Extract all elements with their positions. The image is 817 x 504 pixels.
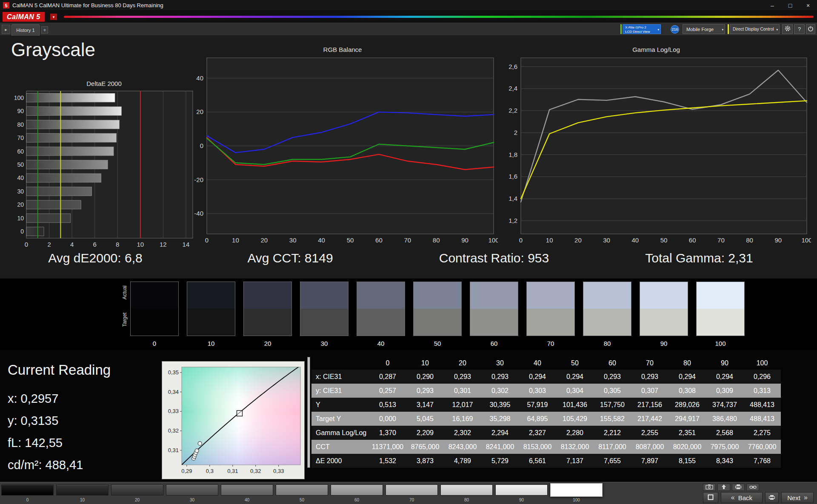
svg-text:0,31: 0,31	[168, 447, 179, 453]
svg-text:60: 60	[375, 236, 383, 244]
step-button-label: 100	[550, 498, 603, 502]
display-control-button[interactable]: Direct Display Control ▾	[730, 24, 780, 34]
table-cell: 0,294	[706, 370, 743, 384]
table-cell: 8087,000	[631, 440, 668, 454]
svg-text:40: 40	[196, 74, 203, 82]
push-button[interactable]	[717, 484, 730, 491]
swatch-target	[583, 309, 631, 336]
link-icon	[749, 484, 757, 491]
back-button[interactable]: « Back	[721, 492, 763, 503]
table-cell: 0,294	[519, 370, 556, 384]
svg-text:0: 0	[20, 228, 24, 235]
table-cell: 0,293	[444, 370, 481, 384]
svg-text:1,6: 1,6	[508, 173, 517, 180]
table-col-header: 80	[668, 357, 706, 370]
new-tab-button[interactable]: +	[41, 26, 48, 34]
settings-button[interactable]	[782, 24, 793, 34]
table-cell: 0,294	[668, 370, 706, 384]
grayscale-step-button-0[interactable]	[1, 484, 54, 495]
svg-text:0,33: 0,33	[273, 468, 284, 474]
grayscale-swatch-20: 20	[243, 282, 292, 347]
camera-icon	[706, 484, 713, 491]
svg-text:50: 50	[660, 236, 668, 244]
grayscale-step-button-10[interactable]	[56, 484, 109, 495]
step-button-label: 10	[56, 498, 109, 502]
table-cell: 8243,000	[444, 440, 481, 454]
print-report-button[interactable]	[765, 492, 779, 503]
grayscale-swatch-90: 90	[640, 282, 688, 347]
table-row-label: y: CIE31	[311, 384, 369, 398]
swatch-actual	[583, 282, 631, 309]
step-button-label: 60	[331, 498, 383, 502]
swatch-actual	[187, 282, 235, 309]
grayscale-step-button-80[interactable]	[440, 484, 493, 495]
svg-text:0,34: 0,34	[168, 389, 179, 395]
svg-text:0: 0	[519, 236, 523, 244]
back-button-label: Back	[738, 494, 752, 501]
table-cell: 7760,000	[743, 440, 781, 454]
table-cell: 0,307	[631, 384, 668, 398]
table-col-header: 50	[556, 357, 594, 370]
grayscale-step-button-30[interactable]	[166, 484, 218, 495]
chevron-down-icon: ▾	[657, 28, 659, 32]
grayscale-step-button-20[interactable]	[111, 484, 163, 495]
grayscale-step-button-40[interactable]	[221, 484, 273, 495]
nav-collapse-button[interactable]: ▸	[2, 25, 10, 34]
table-row: Gamma Log/Log1,3702,2092,3022,2942,3272,…	[311, 426, 781, 440]
reading-y: y: 0,3135	[8, 410, 83, 432]
swatch-step-label: 90	[640, 340, 688, 347]
table-cell: 3,147	[406, 398, 444, 412]
table-cell: 105,429	[556, 412, 594, 426]
logo-menu-caret-icon[interactable]: ▾	[50, 14, 57, 20]
svg-text:0,3: 0,3	[206, 468, 214, 474]
next-button[interactable]: Next »	[781, 492, 814, 503]
arrow-up-icon	[721, 484, 727, 491]
swatch-step-label: 100	[696, 340, 745, 347]
table-cell: 217,156	[631, 398, 668, 412]
tab-history-1[interactable]: History 1	[11, 24, 40, 36]
rgb-balance-chart-title: RGB Balance	[187, 46, 498, 55]
calman-logo[interactable]: CalMAN 5	[3, 12, 45, 22]
svg-text:100: 100	[801, 236, 811, 244]
table-scrollbar[interactable]	[307, 357, 310, 468]
table-cell: 0,293	[481, 370, 519, 384]
table-cell: 7,137	[556, 454, 594, 468]
svg-text:0: 0	[205, 236, 209, 244]
help-button[interactable]: ?	[794, 24, 805, 34]
table-corner	[311, 357, 369, 370]
grayscale-step-button-60[interactable]	[331, 484, 383, 495]
grayscale-step-button-50[interactable]	[276, 484, 328, 495]
table-row: y: CIE310,2570,2930,3010,3020,3030,3040,…	[311, 384, 781, 398]
maximize-button[interactable]: □	[781, 0, 799, 11]
meter-status-stripe	[620, 24, 622, 34]
minimize-button[interactable]: –	[763, 0, 781, 11]
print-button[interactable]	[732, 484, 745, 491]
logo-text: CalMAN 5	[7, 13, 40, 21]
measurement-table-wrap: 0102030405060708090100x: CIE310,2870,290…	[311, 357, 781, 468]
capture-button[interactable]	[703, 484, 716, 491]
power-button[interactable]	[806, 24, 815, 34]
grayscale-swatch-0: 0	[130, 282, 179, 347]
swatch-target	[131, 309, 178, 336]
table-cell: 2,255	[631, 426, 668, 440]
grayscale-step-button-100[interactable]	[550, 483, 603, 497]
table-cell: 12,017	[444, 398, 481, 412]
table-col-header: 70	[631, 357, 668, 370]
gamma-chart-panel: Gamma Log/Log 2,62,42,221,81,61,41,20102…	[501, 46, 811, 248]
swatch-actual	[300, 282, 348, 309]
svg-text:100: 100	[14, 94, 24, 101]
svg-text:8: 8	[116, 241, 119, 248]
close-button[interactable]: ×	[799, 0, 817, 11]
link-button[interactable]	[746, 484, 759, 491]
svg-text:1,2: 1,2	[508, 217, 517, 224]
table-row-label: Y	[311, 398, 369, 412]
stop-button[interactable]	[703, 492, 718, 503]
table-col-header: 20	[444, 357, 481, 370]
grayscale-step-button-70[interactable]	[386, 484, 438, 495]
meter-select-button[interactable]: X-Rite i1Pro 2 LCD Direct View ▾	[623, 24, 661, 34]
grayscale-step-button-90[interactable]	[495, 484, 548, 495]
svg-text:90: 90	[774, 236, 782, 244]
power-icon	[808, 26, 814, 33]
swatch-target	[300, 309, 348, 336]
source-select-button[interactable]: Mobile Forge ▾	[683, 24, 725, 34]
